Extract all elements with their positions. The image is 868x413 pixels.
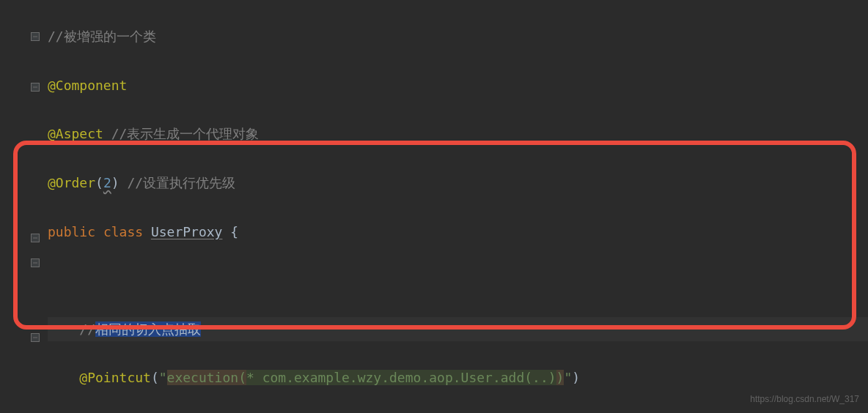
fold-icon[interactable] [31, 234, 40, 242]
paren: ( [151, 370, 159, 385]
annotation: @Aspect [48, 126, 103, 141]
editor-gutter [0, 0, 44, 413]
string-quote: " [564, 370, 572, 385]
string-close: ) [556, 370, 564, 385]
annotation: @Component [48, 78, 127, 93]
code-line: @Pointcut("execution(* com.example.wzy.d… [48, 365, 868, 390]
paren: ( [95, 175, 103, 190]
code-line [48, 268, 868, 292]
fold-icon[interactable] [31, 258, 40, 267]
annotation: @Pointcut [79, 370, 151, 385]
comment-text: //表示生成一个代理对象 [103, 126, 260, 141]
fold-icon[interactable] [31, 32, 40, 41]
code-line: //被增强的一个类 [48, 24, 868, 48]
code-line: public class UserProxy { [48, 220, 868, 244]
fold-icon[interactable] [31, 83, 40, 92]
brace: { [222, 224, 238, 239]
code-editor[interactable]: //被增强的一个类 @Component @Aspect //表示生成一个代理对… [48, 0, 868, 413]
watermark: https://blog.csdn.net/W_317 [750, 391, 859, 407]
code-line-caret: //相同的切入点抽取 [48, 317, 868, 341]
class-name: UserProxy [151, 224, 223, 239]
paren: ) [572, 370, 580, 385]
comment-prefix: // [79, 321, 95, 337]
paren: ) [111, 175, 119, 190]
code-line: @Component [48, 73, 868, 97]
number-literal: 2 [103, 175, 111, 190]
code-line: @Aspect //表示生成一个代理对象 [48, 122, 868, 146]
fold-icon[interactable] [31, 333, 40, 342]
selected-text: 相同的切入点抽取 [95, 321, 201, 337]
string-exec: execution( [167, 370, 246, 385]
keyword: class [103, 224, 143, 239]
code-line: @Order(2) //设置执行优先级 [48, 171, 868, 195]
comment-text: //设置执行优先级 [119, 175, 236, 190]
string-quote: " [159, 370, 167, 385]
annotation: @Order [48, 175, 95, 190]
keyword: public [48, 224, 95, 239]
string-body: * com.example.wzy.demo.aop.User.add(..) [246, 370, 556, 385]
comment-text: //被增强的一个类 [48, 29, 156, 44]
